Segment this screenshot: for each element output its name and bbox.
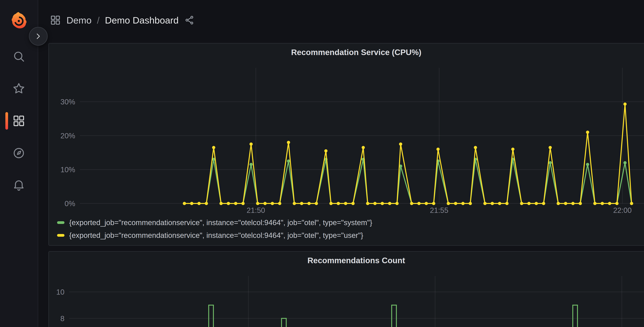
grafana-logo[interactable] <box>9 11 29 31</box>
alerting-bell-icon <box>12 178 26 192</box>
header: Demo / Demo Dashboard <box>38 0 644 38</box>
sidebar-item-explore[interactable] <box>0 137 38 169</box>
legend-label: {exported_job="recommendationservice", i… <box>69 231 363 240</box>
legend-label: {exported_job="recommendationservice", i… <box>69 218 372 227</box>
svg-text:0%: 0% <box>64 200 75 208</box>
legend-swatch <box>57 234 64 237</box>
grafana-app: ⚙ ? Demo / Demo Dashboard <box>0 0 644 327</box>
sidebar-item-starred[interactable] <box>0 72 38 105</box>
panel-3: Recommendations Count 024681021:5021:552… <box>48 251 644 327</box>
breadcrumb-section[interactable]: Demo <box>66 15 92 26</box>
sidebar-item-dashboards[interactable] <box>0 105 38 137</box>
panel-chart: 024681021:5021:5522:00 <box>49 269 644 327</box>
active-indicator <box>5 112 8 130</box>
panel-title[interactable]: Recommendation Service (CPU%) <box>49 44 644 61</box>
dashboard-grid: Recommendation Service (CPU%) 0%10%20%30… <box>48 43 644 327</box>
chevron-right-icon <box>34 32 43 41</box>
share-icon <box>184 15 195 26</box>
legend-item[interactable]: {exported_job="recommendationservice", i… <box>57 216 644 229</box>
breadcrumb-page-title: Demo Dashboard <box>105 15 179 26</box>
chart-canvas[interactable]: 024681021:5021:5522:00 <box>49 269 644 327</box>
sidebar-expand-button[interactable] <box>29 27 48 46</box>
sidebar-item-search[interactable] <box>0 40 38 72</box>
panel-title[interactable]: Recommendations Count <box>49 252 644 269</box>
svg-text:22:00: 22:00 <box>613 206 632 214</box>
legend-item[interactable]: {exported_job="recommendationservice", i… <box>57 229 644 242</box>
apps-grid-icon <box>50 14 61 26</box>
sidebar-item-alerting[interactable] <box>0 169 38 202</box>
panel-chart: 0%10%20%30%21:5021:5522:00 <box>49 61 644 216</box>
svg-text:10%: 10% <box>60 166 75 174</box>
svg-text:10: 10 <box>56 288 64 296</box>
breadcrumb-separator: / <box>97 15 100 26</box>
breadcrumb: Demo / Demo Dashboard <box>50 10 195 30</box>
star-icon <box>12 82 26 95</box>
dashboards-icon <box>12 114 26 128</box>
svg-text:21:50: 21:50 <box>246 206 265 214</box>
panel-legend: {exported_job="recommendationservice", i… <box>49 216 644 245</box>
legend-swatch <box>57 221 64 224</box>
explore-compass-icon <box>12 146 26 160</box>
sidebar: ⚙ ? <box>0 0 38 327</box>
svg-text:8: 8 <box>60 314 64 323</box>
share-dashboard-button[interactable] <box>184 15 195 26</box>
panel-1: Recommendation Service (CPU%) 0%10%20%30… <box>48 43 644 246</box>
svg-text:21:55: 21:55 <box>430 206 448 214</box>
chart-canvas[interactable]: 0%10%20%30%21:5021:5522:00 <box>49 61 644 216</box>
svg-text:30%: 30% <box>60 98 75 106</box>
svg-text:20%: 20% <box>60 132 75 140</box>
search-icon <box>12 50 26 63</box>
